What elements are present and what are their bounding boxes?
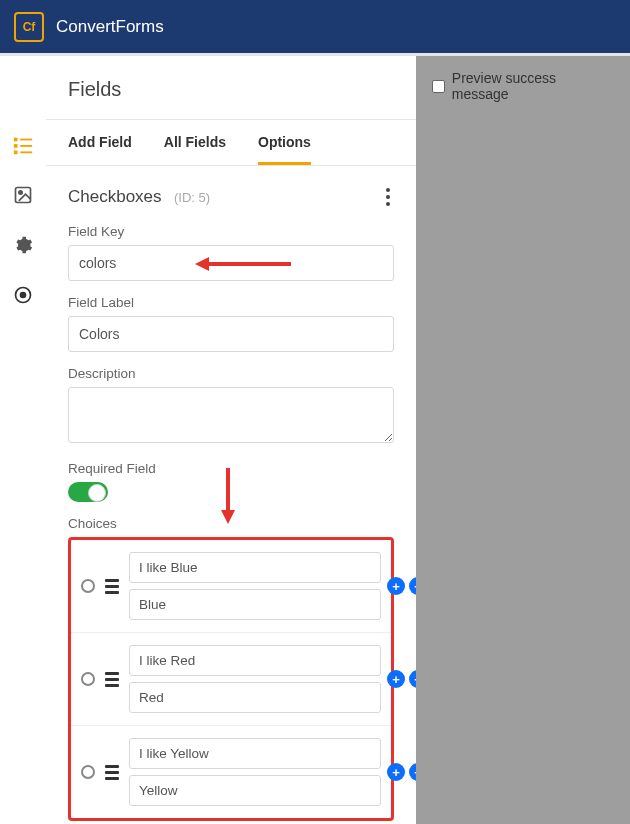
field-label-input[interactable] [68,316,394,352]
description-input[interactable] [68,387,394,443]
tab-add-field[interactable]: Add Field [68,120,132,165]
panel-tabs: Add Field All Fields Options [46,119,416,166]
panel-title: Fields [46,56,416,119]
svg-point-7 [19,191,22,194]
description-group: Description [68,366,394,447]
field-key-input[interactable] [68,245,394,281]
preview-success-checkbox[interactable]: Preview success message [432,70,614,102]
choice-label-input[interactable] [129,645,381,676]
drag-handle-icon[interactable] [105,765,119,780]
choice-value-input[interactable] [129,682,381,713]
choice-default-radio[interactable] [81,765,95,779]
required-label: Required Field [68,461,394,476]
description-label: Description [68,366,394,381]
remove-choice-button[interactable]: − [409,763,416,781]
section-id: (ID: 5) [174,190,210,205]
add-choice-button[interactable]: + [387,670,405,688]
svg-rect-1 [20,139,32,141]
choices-group: Choices + − [68,516,394,821]
choice-row: + − [71,726,391,818]
brand-name: ConvertForms [56,17,164,37]
field-label-group: Field Label [68,295,394,352]
svg-rect-4 [14,151,18,155]
remove-choice-button[interactable]: − [409,577,416,595]
choice-label-input[interactable] [129,552,381,583]
workspace: Fields Add Field All Fields Options Chec… [0,56,630,824]
drag-handle-icon[interactable] [105,672,119,687]
field-label-label: Field Label [68,295,394,310]
top-bar: Cf ConvertForms [0,0,630,56]
choices-container: + − + − [68,537,394,821]
field-key-group: Field Key [68,224,394,281]
fields-list-icon[interactable] [12,134,34,156]
choice-value-input[interactable] [129,589,381,620]
field-key-label: Field Key [68,224,394,239]
required-toggle[interactable] [68,482,108,502]
section-header: Checkboxes (ID: 5) [68,184,394,210]
choice-row: + − [71,540,391,633]
svg-rect-5 [20,151,32,153]
choice-default-radio[interactable] [81,672,95,686]
icon-rail [0,56,46,824]
choice-value-input[interactable] [129,775,381,806]
drag-handle-icon[interactable] [105,579,119,594]
more-menu-icon[interactable] [382,184,394,210]
svg-rect-0 [14,138,18,142]
checkbox-icon [432,80,445,93]
remove-choice-button[interactable]: − [409,670,416,688]
gear-icon[interactable] [12,234,34,256]
preview-pane: Preview success message [416,56,630,824]
target-icon[interactable] [12,284,34,306]
tab-all-fields[interactable]: All Fields [164,120,226,165]
choice-label-input[interactable] [129,738,381,769]
panel-body: Checkboxes (ID: 5) Field Key Field Label [46,166,416,824]
preview-success-label: Preview success message [452,70,614,102]
section-title: Checkboxes [68,187,162,206]
brand-logo: Cf [14,12,44,42]
choice-row: + − [71,633,391,726]
fields-panel: Fields Add Field All Fields Options Chec… [46,56,416,824]
choice-default-radio[interactable] [81,579,95,593]
required-group: Required Field [68,461,394,502]
svg-point-9 [21,293,26,298]
svg-rect-2 [14,144,18,148]
choices-label: Choices [68,516,394,531]
svg-rect-3 [20,145,32,147]
add-choice-button[interactable]: + [387,763,405,781]
add-choice-button[interactable]: + [387,577,405,595]
tab-options[interactable]: Options [258,120,311,165]
svg-rect-6 [16,188,31,203]
image-icon[interactable] [12,184,34,206]
